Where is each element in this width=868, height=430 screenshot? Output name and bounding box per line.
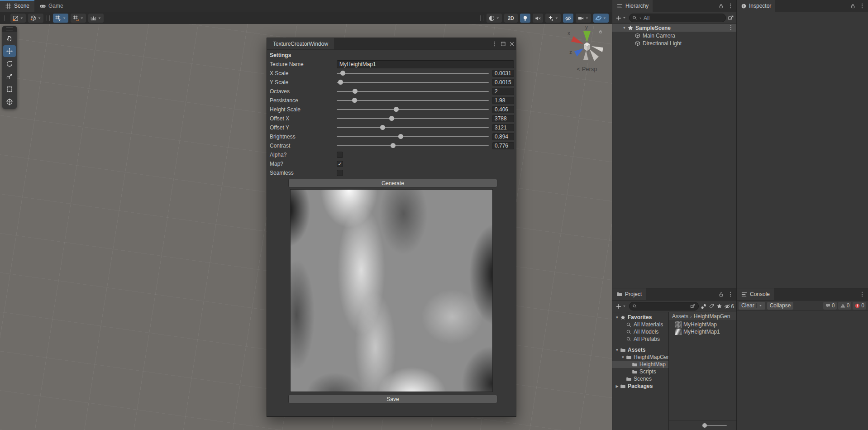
lock-icon[interactable] bbox=[598, 29, 603, 34]
tab-project[interactable]: Project bbox=[612, 288, 646, 300]
info-filter-button[interactable]: 0 bbox=[823, 302, 837, 310]
slider-knob[interactable] bbox=[380, 125, 385, 130]
window-menu-button[interactable] bbox=[490, 38, 499, 49]
project-tree-item-scenes[interactable]: Scenes bbox=[612, 375, 668, 382]
octaves-slider[interactable] bbox=[337, 87, 489, 96]
offset-x-slider[interactable] bbox=[337, 114, 489, 123]
project-tree-item-scripts[interactable]: Scripts bbox=[612, 368, 668, 375]
hierarchy-item-main-camera[interactable]: Main Camera bbox=[612, 32, 736, 39]
slider-knob[interactable] bbox=[353, 89, 358, 94]
persistance-value-field[interactable]: 1.98 bbox=[492, 97, 514, 104]
rotate-tool-button[interactable] bbox=[3, 58, 16, 70]
kebab-icon[interactable] bbox=[727, 3, 734, 9]
grid-visibility-button[interactable]: Y bbox=[53, 14, 68, 23]
project-tree-item-all-prefabs[interactable]: All Prefabs bbox=[612, 335, 668, 343]
maximize-button[interactable] bbox=[499, 38, 507, 49]
clear-button[interactable]: Clear bbox=[739, 302, 765, 310]
pivot-rotation-button[interactable] bbox=[28, 14, 43, 23]
axis-y-label[interactable]: y bbox=[585, 25, 588, 30]
move-tool-button[interactable] bbox=[3, 45, 16, 57]
axis-z-label[interactable]: z bbox=[569, 49, 572, 55]
brightness-value-field[interactable]: 0.894 bbox=[492, 133, 514, 140]
hierarchy-item-directional-light[interactable]: Directional Light bbox=[612, 39, 736, 47]
texture-creator-titlebar[interactable]: TextureCreatorWindow bbox=[267, 38, 516, 50]
project-tree-item-all-materials[interactable]: All Materials bbox=[612, 321, 668, 328]
brightness-slider[interactable] bbox=[337, 132, 489, 141]
kebab-icon[interactable] bbox=[728, 24, 734, 31]
contrast-slider[interactable] bbox=[337, 141, 489, 150]
scene-viewport[interactable]: y x z < Persp TextureCreatorWindow bbox=[0, 24, 612, 430]
slider-knob[interactable] bbox=[352, 98, 357, 103]
snap-toggle-button[interactable] bbox=[71, 14, 86, 23]
scale-tool-button[interactable] bbox=[3, 71, 16, 82]
snap-increment-button[interactable] bbox=[88, 14, 104, 23]
seamless-checkbox[interactable] bbox=[337, 170, 343, 176]
2d-toggle-button[interactable]: 2D bbox=[504, 14, 518, 23]
octaves-value-field[interactable]: 2 bbox=[492, 88, 514, 95]
scene-picker-icon[interactable] bbox=[728, 15, 734, 21]
camera-settings-button[interactable] bbox=[576, 14, 591, 23]
tab-inspector[interactable]: Inspector bbox=[737, 0, 775, 12]
lock-icon[interactable] bbox=[718, 3, 724, 9]
slider-knob[interactable] bbox=[389, 116, 394, 121]
persistance-slider[interactable] bbox=[337, 96, 489, 105]
asset-item-myheightmap[interactable]: MyHeightMap bbox=[669, 321, 736, 328]
project-tree-item-all-models[interactable]: All Models bbox=[612, 328, 668, 335]
gizmos-button[interactable] bbox=[593, 14, 609, 23]
project-tree-item-heightmap[interactable]: HeightMap bbox=[612, 361, 668, 368]
breadcrumb-folder[interactable]: HeightMapGen bbox=[694, 313, 730, 320]
offset-y-value-field[interactable]: 3121 bbox=[492, 124, 514, 131]
pivot-mode-button[interactable] bbox=[10, 14, 26, 23]
texture-creator-tab[interactable]: TextureCreatorWindow bbox=[267, 38, 334, 49]
map-checkbox[interactable]: ✓ bbox=[337, 161, 343, 167]
close-button[interactable] bbox=[507, 38, 516, 49]
slider-knob[interactable] bbox=[338, 80, 343, 85]
hand-tool-button[interactable] bbox=[3, 33, 16, 44]
project-tree-item-assets[interactable]: ▼Assets bbox=[612, 346, 668, 354]
create-object-button[interactable] bbox=[615, 15, 627, 21]
scene-effects-button[interactable] bbox=[545, 14, 561, 23]
y-scale-slider[interactable] bbox=[337, 78, 489, 87]
slider-knob[interactable] bbox=[391, 143, 396, 148]
hierarchy-item-samplescene[interactable]: ▼SampleScene bbox=[612, 24, 736, 32]
expand-arrow-icon[interactable]: ▼ bbox=[614, 348, 620, 352]
projection-label[interactable]: < Persp bbox=[560, 66, 612, 72]
kebab-icon[interactable] bbox=[727, 291, 734, 297]
search-by-type-icon[interactable] bbox=[701, 303, 707, 310]
expand-arrow-icon[interactable]: ▶ bbox=[614, 384, 620, 388]
expand-arrow-icon[interactable]: ▼ bbox=[614, 315, 620, 320]
overlay-drag-handle[interactable] bbox=[47, 15, 50, 21]
kebab-icon[interactable] bbox=[859, 3, 865, 9]
asset-item-myheightmap1[interactable]: MyHeightMap1 bbox=[669, 328, 736, 335]
scene-lighting-button[interactable] bbox=[520, 14, 530, 23]
scene-visibility-button[interactable] bbox=[563, 14, 573, 23]
hidden-packages-toggle[interactable]: 6 bbox=[724, 303, 734, 310]
save-search-icon[interactable] bbox=[716, 303, 722, 309]
orientation-gizmo[interactable]: y x z bbox=[560, 25, 612, 66]
x-scale-value-field[interactable]: 0.0031 bbox=[492, 70, 514, 77]
slider-knob[interactable] bbox=[398, 134, 403, 139]
texture-name-input[interactable]: MyHeightMap1 bbox=[337, 60, 514, 68]
thumbnail-zoom-slider[interactable] bbox=[703, 425, 727, 426]
offset-y-slider[interactable] bbox=[337, 123, 489, 132]
zoom-slider-knob[interactable] bbox=[702, 423, 707, 428]
project-tree-item-favorites[interactable]: ▼Favorites bbox=[612, 314, 668, 321]
shading-mode-button[interactable] bbox=[486, 14, 502, 23]
create-asset-button[interactable] bbox=[615, 303, 627, 310]
tab-scene[interactable]: Scene bbox=[0, 0, 34, 12]
expand-arrow-icon[interactable]: ▼ bbox=[620, 355, 626, 359]
tab-game[interactable]: Game bbox=[34, 0, 68, 12]
height-scale-slider[interactable] bbox=[337, 105, 489, 114]
tab-hierarchy[interactable]: Hierarchy bbox=[612, 0, 653, 12]
slider-knob[interactable] bbox=[394, 107, 399, 112]
collapse-button[interactable]: Collapse bbox=[767, 302, 794, 310]
lock-icon[interactable] bbox=[718, 291, 724, 297]
y-scale-value-field[interactable]: 0.0015 bbox=[492, 79, 514, 86]
save-button[interactable]: Save bbox=[288, 395, 497, 403]
transform-tool-button[interactable] bbox=[3, 96, 16, 108]
project-tree-item-packages[interactable]: ▶Packages bbox=[612, 382, 668, 390]
breadcrumb-assets[interactable]: Assets bbox=[672, 313, 688, 320]
lock-icon[interactable] bbox=[850, 3, 856, 9]
kebab-icon[interactable] bbox=[859, 291, 865, 297]
x-scale-slider[interactable] bbox=[337, 69, 489, 78]
